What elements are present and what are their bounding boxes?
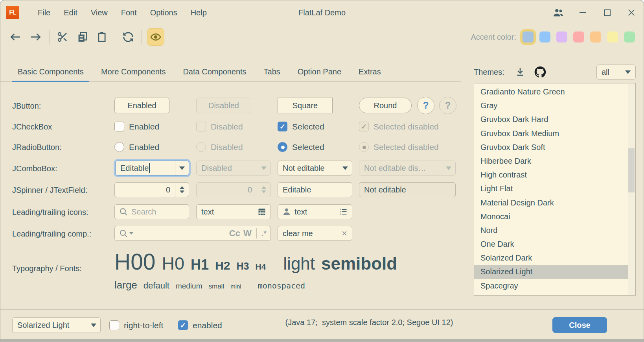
search-options-button[interactable] [115,229,133,238]
textfield-editable[interactable]: Editable [278,182,352,197]
theme-item-gruvbox-dark-hard[interactable]: Gruvbox Dark Hard [474,113,628,126]
theme-combobox[interactable]: Solarized Light [12,317,101,333]
status-bar: Solarized Light right-to-left ✓ enabled … [0,309,644,340]
clearable-field[interactable]: clear me × [278,226,352,241]
tab-more-components[interactable]: More Components [96,62,171,82]
round-button[interactable]: Round [359,98,412,113]
text-field-calendar[interactable]: text [196,204,271,219]
accent-swatch-4[interactable] [573,31,584,43]
accent-swatch-6[interactable] [607,31,618,43]
clearable-field-value: clear me [278,229,313,238]
theme-item-high-contrast[interactable]: High contrast [474,168,628,182]
combo-arrow-button[interactable] [339,161,352,175]
maximize-button[interactable] [595,0,619,25]
theme-item-solarized-light[interactable]: Solarized Light [474,265,628,279]
radio-selected[interactable] [278,142,287,152]
show-hidden-toggle[interactable] [147,28,164,46]
calendar-icon[interactable] [257,207,270,216]
leading-trailing-icons-label: Leading/trailing icons: [12,208,88,217]
theme-item-material-design-dark[interactable]: Material Design Dark [474,196,628,210]
menu-options[interactable]: Options [144,5,184,20]
tab-extras[interactable]: Extras [353,62,386,82]
menu-file[interactable]: File [31,5,57,20]
spinner-disabled: 0 [196,182,271,197]
spinner[interactable]: 0 [114,182,189,197]
radio-enabled[interactable] [114,142,124,152]
back-button[interactable] [5,28,26,46]
github-button[interactable] [534,66,546,78]
combo-arrow-button[interactable] [87,318,100,333]
checkbox-selected[interactable]: ✓ [278,122,287,131]
typography-label: Typography / Fonts: [12,264,82,273]
accent-swatch-3[interactable] [556,31,567,43]
spinner-buttons [257,183,270,197]
tab-basic-components[interactable]: Basic Components [12,62,89,82]
combobox-editable[interactable]: Editable [115,161,189,176]
paste-icon [96,31,108,43]
accent-swatch-7[interactable] [624,31,635,43]
checkbox-selected-label: Selected [292,122,324,131]
combobox-not-editable[interactable]: Not editable [278,161,352,176]
minimize-button[interactable] [570,0,595,25]
tab-tabs[interactable]: Tabs [258,62,286,82]
accent-swatch-5[interactable] [590,31,601,43]
close-window-button[interactable] [619,0,644,25]
theme-item-gradianto-nature-green[interactable]: Gradianto Nature Green [474,85,628,99]
cut-button[interactable] [53,28,72,46]
refresh-button[interactable] [118,28,138,46]
menu-font[interactable]: Font [114,5,144,20]
download-icon [515,67,526,78]
tab-option-pane[interactable]: Option Pane [292,62,347,82]
theme-item-solarized-dark[interactable]: Solarized Dark [474,251,628,265]
themes-label: Themes: [474,68,504,77]
scrollbar-thumb[interactable] [628,148,635,192]
accent-swatch-2[interactable] [539,31,550,43]
chevron-down-icon [180,190,184,193]
download-themes-button[interactable] [515,67,526,78]
themes-list[interactable]: Gradianto Nature GreenGrayGruvbox Dark H… [474,83,636,296]
square-button[interactable]: Square [278,98,333,113]
forward-button[interactable] [26,28,46,46]
list-icon[interactable] [339,207,352,216]
theme-item-hiberbee-dark[interactable]: Hiberbee Dark [474,154,628,168]
combobox-not-editable-disabled-value: Not editable dis… [359,164,426,173]
text-field-user[interactable]: text [278,204,352,219]
checkbox-disabled [196,122,206,131]
accent-swatch-1[interactable] [523,31,534,43]
menu-view[interactable]: View [84,5,114,20]
themes-scrollbar[interactable] [628,84,635,295]
clear-icon[interactable]: × [342,228,352,239]
back-arrow-icon [9,31,22,43]
enabled-button[interactable]: Enabled [114,98,169,113]
rtl-checkbox[interactable] [109,320,119,330]
search-field[interactable]: Search [114,204,189,219]
users-button[interactable] [546,0,570,25]
menu-help[interactable]: Help [184,5,213,20]
help-button[interactable]: ? [417,97,434,114]
theme-item-light-flat[interactable]: Light Flat [474,182,628,196]
whole-word-button[interactable]: W [243,228,252,238]
copy-button[interactable] [72,28,92,46]
tab-data-components[interactable]: Data Components [177,62,252,82]
theme-item-monocai[interactable]: Monocai [474,210,628,224]
leading-trailing-comp-label: Leading/trailing comp.: [12,229,91,238]
themes-filter-combobox[interactable]: all [596,65,636,79]
match-case-button[interactable]: Cc [229,228,240,238]
spinner-buttons[interactable] [175,183,189,197]
combo-arrow-button[interactable] [175,161,189,175]
help-button-disabled: ? [439,97,456,114]
enabled-checkbox[interactable]: ✓ [178,320,188,330]
theme-item-nord[interactable]: Nord [474,224,628,237]
theme-item-spacegray[interactable]: Spacegray [474,279,628,293]
menu-edit[interactable]: Edit [57,5,84,20]
regex-button[interactable]: .* [261,229,267,238]
search-comp-field[interactable]: Cc W .* [114,226,271,241]
theme-item-gruvbox-dark-medium[interactable]: Gruvbox Dark Medium [474,127,628,140]
close-button[interactable]: Close [552,317,607,333]
window-title: FlatLaf Demo [298,8,346,17]
theme-item-gray[interactable]: Gray [474,99,628,113]
checkbox-enabled[interactable] [114,122,124,131]
theme-item-gruvbox-dark-soft[interactable]: Gruvbox Dark Soft [474,140,628,154]
paste-button[interactable] [92,28,112,46]
theme-item-one-dark[interactable]: One Dark [474,237,628,251]
